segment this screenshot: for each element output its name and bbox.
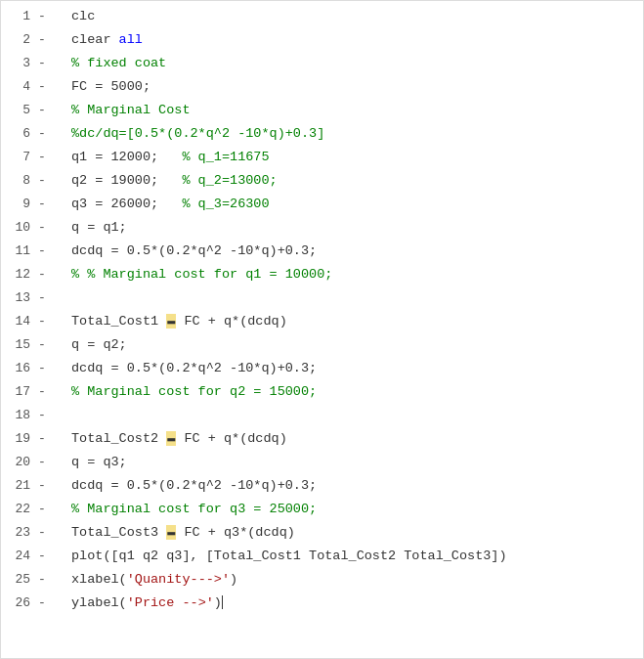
line-number: 5 <box>1 103 38 117</box>
line-number: 1 <box>1 9 38 23</box>
line-dash: - <box>38 267 52 282</box>
line-dash: - <box>38 572 52 587</box>
table-row: 4 - FC = 5000; <box>1 75 643 99</box>
line-number: 3 <box>1 56 38 70</box>
line-content: ylabel('Price -->') <box>52 593 223 614</box>
table-row: 5 - % Marginal Cost <box>1 99 643 122</box>
line-dash: - <box>38 314 52 329</box>
table-row: 3 - % fixed coat <box>1 52 643 75</box>
line-content: clear all <box>52 29 143 51</box>
line-content: Total_Cost1 ▬ FC + q*(dcdq) <box>52 311 287 332</box>
code-editor[interactable]: 1 - clc 2 - clear all 3 - % fixed coat 4… <box>0 0 644 659</box>
table-row: 22 - % Marginal cost for q3 = 25000; <box>1 498 643 521</box>
line-number: 4 <box>1 79 38 94</box>
line-number: 6 <box>1 126 38 141</box>
line-dash: - <box>38 384 52 399</box>
line-content: FC = 5000; <box>52 76 150 98</box>
line-content: % Marginal Cost <box>52 100 191 121</box>
line-content: dcdq = 0.5*(0.2*q^2 -10*q)+0.3; <box>52 241 317 262</box>
table-row: 13 - <box>1 286 643 310</box>
table-row: 2 - clear all <box>1 28 643 52</box>
line-dash: - <box>38 243 52 258</box>
table-row: 21 - dcdq = 0.5*(0.2*q^2 -10*q)+0.3; <box>1 474 643 498</box>
line-dash: - <box>38 103 52 117</box>
line-dash: - <box>38 337 52 352</box>
line-number: 21 <box>1 478 38 493</box>
table-row: 11 - dcdq = 0.5*(0.2*q^2 -10*q)+0.3; <box>1 240 643 263</box>
table-row: 24 - plot([q1 q2 q3], [Total_Cost1 Total… <box>1 545 643 568</box>
line-content: Total_Cost3 ▬ FC + q3*(dcdq) <box>52 522 295 544</box>
line-content: % % Marginal cost for q1 = 10000; <box>52 264 332 286</box>
line-number: 8 <box>1 173 38 188</box>
table-row: 8 - q2 = 19000; % q_2=13000; <box>1 169 643 193</box>
line-dash: - <box>38 173 52 188</box>
line-number: 16 <box>1 361 38 375</box>
line-number: 14 <box>1 314 38 329</box>
table-row: 1 - clc <box>1 5 643 28</box>
table-row: 10 - q = q1; <box>1 216 643 240</box>
line-content: Total_Cost2 ▬ FC + q*(dcdq) <box>52 428 287 450</box>
line-number: 17 <box>1 384 38 399</box>
table-row: 7 - q1 = 12000; % q_1=11675 <box>1 146 643 169</box>
line-content: q = q3; <box>52 452 127 473</box>
line-dash: - <box>38 197 52 211</box>
line-dash: - <box>38 455 52 469</box>
line-number: 22 <box>1 502 38 516</box>
line-content <box>52 405 79 426</box>
line-dash: - <box>38 595 52 610</box>
table-row: 20 - q = q3; <box>1 451 643 474</box>
line-content: q3 = 26000; % q_3=26300 <box>52 194 270 215</box>
line-number: 13 <box>1 290 38 305</box>
line-number: 18 <box>1 408 38 422</box>
table-row: 6 - %dc/dq=[0.5*(0.2*q^2 -10*q)+0.3] <box>1 122 643 146</box>
code-container: 1 - clc 2 - clear all 3 - % fixed coat 4… <box>1 1 643 619</box>
table-row: 19 - Total_Cost2 ▬ FC + q*(dcdq) <box>1 427 643 451</box>
line-content <box>52 287 79 309</box>
line-dash: - <box>38 150 52 164</box>
line-dash: - <box>38 431 52 446</box>
line-dash: - <box>38 56 52 70</box>
line-dash: - <box>38 32 52 47</box>
line-dash: - <box>38 525 52 540</box>
line-dash: - <box>38 9 52 23</box>
table-row: 26 - ylabel('Price -->') <box>1 592 643 615</box>
table-row: 17 - % Marginal cost for q2 = 15000; <box>1 380 643 404</box>
table-row: 15 - q = q2; <box>1 333 643 357</box>
line-content: %dc/dq=[0.5*(0.2*q^2 -10*q)+0.3] <box>52 123 324 145</box>
line-dash: - <box>38 361 52 375</box>
line-dash: - <box>38 290 52 305</box>
line-content: q1 = 12000; % q_1=11675 <box>52 147 270 168</box>
line-content: q = q1; <box>52 217 127 239</box>
line-content: clc <box>52 6 95 27</box>
line-dash: - <box>38 549 52 563</box>
line-number: 26 <box>1 595 38 610</box>
line-number: 10 <box>1 220 38 235</box>
line-content: q2 = 19000; % q_2=13000; <box>52 170 278 192</box>
line-number: 25 <box>1 572 38 587</box>
line-content: plot([q1 q2 q3], [Total_Cost1 Total_Cost… <box>52 546 507 567</box>
line-number: 2 <box>1 32 38 47</box>
table-row: 18 - <box>1 404 643 427</box>
line-number: 15 <box>1 337 38 352</box>
line-dash: - <box>38 220 52 235</box>
line-number: 9 <box>1 197 38 211</box>
line-content: q = q2; <box>52 334 127 356</box>
line-number: 20 <box>1 455 38 469</box>
line-number: 23 <box>1 525 38 540</box>
line-content: % fixed coat <box>52 53 166 74</box>
line-dash: - <box>38 126 52 141</box>
line-number: 12 <box>1 267 38 282</box>
table-row: 23 - Total_Cost3 ▬ FC + q3*(dcdq) <box>1 521 643 545</box>
line-dash: - <box>38 408 52 422</box>
line-dash: - <box>38 79 52 94</box>
line-number: 19 <box>1 431 38 446</box>
line-content: % Marginal cost for q2 = 15000; <box>52 381 317 403</box>
line-content: dcdq = 0.5*(0.2*q^2 -10*q)+0.3; <box>52 358 317 379</box>
table-row: 16 - dcdq = 0.5*(0.2*q^2 -10*q)+0.3; <box>1 357 643 380</box>
line-content: xlabel('Quanity--->') <box>52 569 237 591</box>
table-row: 9 - q3 = 26000; % q_3=26300 <box>1 193 643 216</box>
table-row: 25 - xlabel('Quanity--->') <box>1 568 643 592</box>
line-number: 7 <box>1 150 38 164</box>
line-dash: - <box>38 478 52 493</box>
table-row: 14 - Total_Cost1 ▬ FC + q*(dcdq) <box>1 310 643 333</box>
